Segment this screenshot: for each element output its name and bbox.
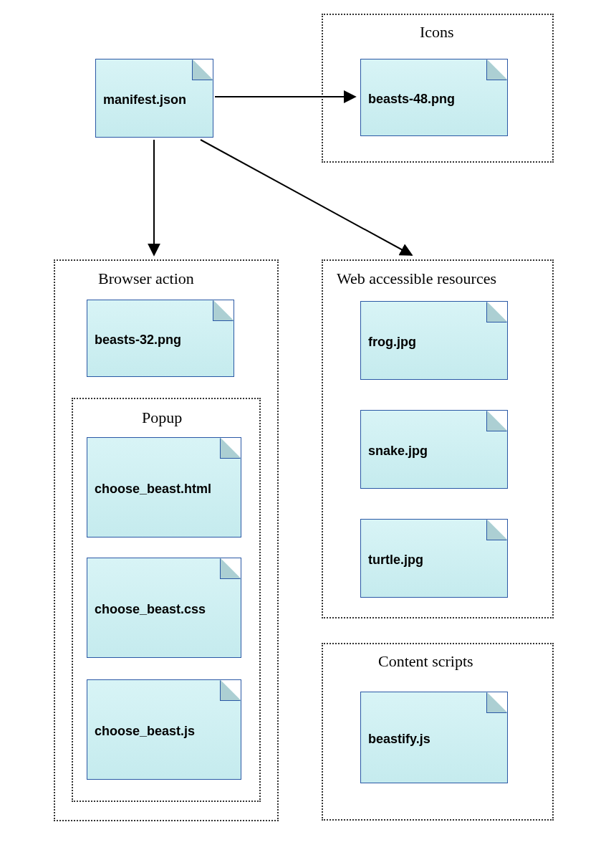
file-corner-icon — [213, 300, 234, 320]
group-label-popup: Popup — [142, 408, 182, 427]
file-corner-icon — [487, 692, 507, 712]
file-label: choose_beast.css — [95, 602, 234, 617]
file-node-snake: snake.jpg — [360, 410, 508, 489]
file-node-icons: beasts-48.png — [360, 59, 508, 136]
file-node-beasts32: beasts-32.png — [87, 300, 234, 377]
file-corner-icon — [487, 411, 507, 431]
file-label: manifest.json — [103, 92, 206, 108]
file-node-beastify: beastify.js — [360, 692, 508, 783]
group-label-browser-action: Browser action — [98, 269, 194, 288]
file-corner-icon — [193, 59, 213, 80]
file-label: beasts-48.png — [368, 92, 500, 107]
file-label: snake.jpg — [368, 444, 500, 459]
file-node-frog: frog.jpg — [360, 301, 508, 380]
group-label-content-scripts: Content scripts — [378, 652, 473, 671]
file-corner-icon — [221, 680, 241, 700]
file-node-choose-html: choose_beast.html — [87, 437, 241, 538]
file-node-turtle: turtle.jpg — [360, 519, 508, 598]
diagram-canvas: manifest.json Icons beasts-48.png Browse… — [0, 0, 616, 860]
file-label: turtle.jpg — [368, 553, 500, 568]
file-corner-icon — [487, 302, 507, 322]
file-label: choose_beast.html — [95, 482, 234, 497]
file-corner-icon — [221, 558, 241, 578]
group-label-icons: Icons — [420, 23, 454, 42]
file-label: beastify.js — [368, 732, 500, 747]
file-label: choose_beast.js — [95, 724, 234, 739]
group-label-war: Web accessible resources — [337, 269, 496, 288]
file-label: beasts-32.png — [95, 333, 226, 348]
file-label: frog.jpg — [368, 335, 500, 350]
file-node-choose-css: choose_beast.css — [87, 558, 241, 658]
file-corner-icon — [221, 438, 241, 458]
file-corner-icon — [487, 59, 507, 80]
file-node-manifest: manifest.json — [95, 59, 213, 138]
file-corner-icon — [487, 520, 507, 540]
file-node-choose-js: choose_beast.js — [87, 679, 241, 780]
